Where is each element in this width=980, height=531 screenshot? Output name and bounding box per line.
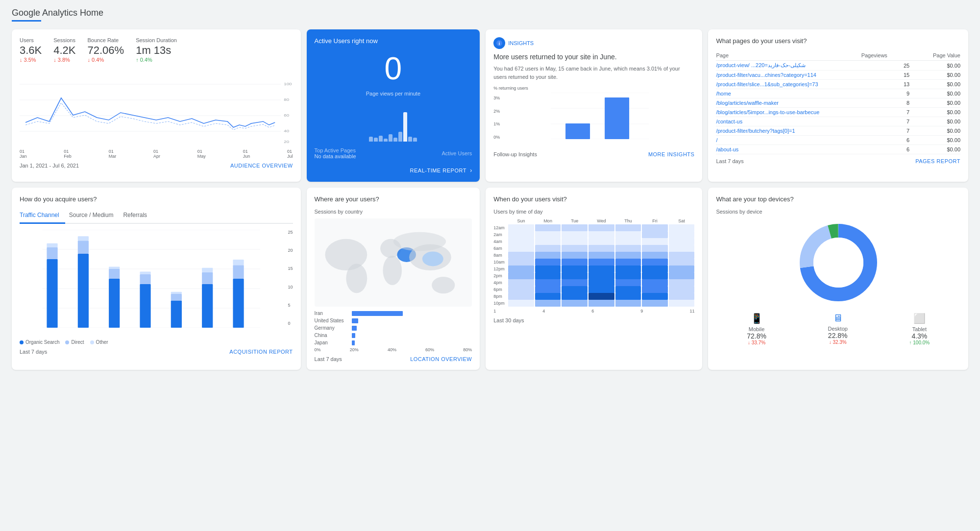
devices-card: What are your top devices? Sessions by d… <box>708 188 968 370</box>
location-date-range[interactable]: Last 7 days <box>315 356 342 362</box>
svg-rect-26 <box>47 247 57 259</box>
heatmap-cell <box>615 245 641 252</box>
acquisition-date-range[interactable]: Last 7 days <box>20 349 47 355</box>
tab-referrals[interactable]: Referrals <box>123 209 153 223</box>
audience-card: Users 3.6K ↓ 3.5% Sessions 4.2K ↓ 3.8% B… <box>12 29 301 182</box>
heatmap-cell <box>615 300 641 307</box>
heatmap-cell <box>535 279 561 286</box>
pages-card: What pages do your users visit? Page Pag… <box>708 29 968 182</box>
heatmap-cell <box>588 252 614 259</box>
heatmap-cell <box>508 231 534 238</box>
svg-rect-49 <box>202 268 213 272</box>
heatmap-cell <box>642 266 668 272</box>
heatmap-cell <box>535 238 561 245</box>
location-overview-link[interactable]: LOCATION OVERVIEW <box>410 356 472 362</box>
heatmap-cell <box>508 300 534 307</box>
more-insights-link[interactable]: MORE INSIGHTS <box>648 151 695 157</box>
heatmap-cell <box>615 224 641 231</box>
device-stats: 📱 Mobile 72.8% ↓ 33.7% 🖥 Desktop 22.8% ↓… <box>716 313 960 345</box>
heatmap-cell <box>562 300 588 307</box>
svg-rect-36 <box>109 269 120 279</box>
heatmap-cell <box>508 245 534 252</box>
tab-source-medium[interactable]: Source / Medium <box>69 209 120 223</box>
heatmap: SunMonTueWedThuFriSat12am2am4am6am8am10a… <box>493 218 694 307</box>
heatmap-cell <box>669 293 695 300</box>
acquisition-card: How do you acquire users? Traffic Channe… <box>12 188 301 370</box>
country-bar-row: Iran <box>315 311 472 316</box>
heatmap-cell <box>535 224 561 231</box>
heatmap-cell <box>615 286 641 293</box>
tab-traffic-channel[interactable]: Traffic Channel <box>20 209 65 224</box>
heatmap-cell <box>669 266 695 272</box>
heatmap-cell <box>642 286 668 293</box>
heatmap-row: 4am <box>493 238 694 245</box>
svg-rect-51 <box>233 279 244 328</box>
heatmap-cell <box>642 252 668 259</box>
time-date-range[interactable]: Last 30 days <box>493 317 524 323</box>
svg-text:i: i <box>499 41 500 46</box>
heatmap-row: 12am <box>493 224 694 231</box>
metric-duration: Session Duration 1m 13s ↑ 0.4% <box>136 37 177 63</box>
heatmap-cell <box>615 252 641 259</box>
audience-date-range[interactable]: Jan 1, 2021 - Jul 6, 2021 <box>20 163 79 169</box>
svg-point-68 <box>813 238 863 288</box>
metric-users: Users 3.6K ↓ 3.5% <box>20 37 42 63</box>
svg-text:20: 20 <box>284 140 289 144</box>
heatmap-cell <box>562 293 588 300</box>
heatmap-row: 6pm <box>493 286 694 293</box>
table-row: /6$0.00 <box>716 136 960 145</box>
svg-rect-43 <box>171 300 182 328</box>
insights-card: i INSIGHTS More users returned to your s… <box>486 29 702 182</box>
pages-report-link[interactable]: PAGES REPORT <box>915 158 960 164</box>
svg-text:40: 40 <box>284 129 289 133</box>
page-title: Google Analytics Home <box>12 8 968 22</box>
svg-rect-40 <box>140 274 150 284</box>
heatmap-cell <box>535 272 561 279</box>
donut-chart <box>716 218 960 307</box>
acquisition-report-link[interactable]: ACQUISITION REPORT <box>229 349 293 355</box>
heatmap-cell <box>588 300 614 307</box>
heatmap-cell <box>669 231 695 238</box>
heatmap-cell <box>669 245 695 252</box>
realtime-report-btn[interactable]: REAL-TIME REPORT <box>410 168 466 173</box>
svg-text:100: 100 <box>284 82 292 86</box>
heatmap-row: 2am <box>493 231 694 238</box>
svg-point-59 <box>383 256 402 285</box>
heatmap-cell <box>588 231 614 238</box>
heatmap-cell <box>588 245 614 252</box>
heatmap-cell <box>588 238 614 245</box>
heatmap-cell <box>508 259 534 266</box>
device-stat-tablet: ⬜ Tablet 4.3% ↑ 100.0% <box>909 313 930 345</box>
device-stat-mobile: 📱 Mobile 72.8% ↓ 33.7% <box>747 313 766 345</box>
table-row: /product-view/ ...شکیلی-حک-فارید=22025$0… <box>716 61 960 71</box>
heatmap-cell <box>535 245 561 252</box>
active-users-card: Active Users right now 0 Page views per … <box>307 29 480 182</box>
realtime-chart <box>315 102 472 142</box>
heatmap-cell <box>615 238 641 245</box>
followup-insights-link[interactable]: Follow-up Insights <box>493 151 537 157</box>
table-row: /product-filter/slice...1&sub_categories… <box>716 80 960 89</box>
audience-overview-link[interactable]: AUDIENCE OVERVIEW <box>230 163 293 169</box>
heatmap-row: 8am <box>493 252 694 259</box>
heatmap-row: 10pm <box>493 300 694 307</box>
heatmap-cell <box>535 231 561 238</box>
heatmap-cell <box>535 252 561 259</box>
svg-rect-17 <box>605 97 629 139</box>
heatmap-cell <box>588 259 614 266</box>
world-map <box>315 218 472 307</box>
heatmap-cell <box>535 259 561 266</box>
heatmap-cell <box>669 224 695 231</box>
heatmap-cell <box>535 293 561 300</box>
heatmap-cell <box>562 259 588 266</box>
heatmap-cell <box>508 286 534 293</box>
heatmap-cell <box>562 231 588 238</box>
heatmap-cell <box>508 224 534 231</box>
svg-rect-32 <box>78 236 89 241</box>
heatmap-cell <box>562 252 588 259</box>
heatmap-cell <box>562 272 588 279</box>
table-row: /product-filter/vacu...chines?category=1… <box>716 71 960 80</box>
pages-date-range[interactable]: Last 7 days <box>716 158 743 164</box>
insights-chart: May June <box>501 93 698 139</box>
svg-rect-45 <box>171 292 182 294</box>
heatmap-cell <box>508 238 534 245</box>
